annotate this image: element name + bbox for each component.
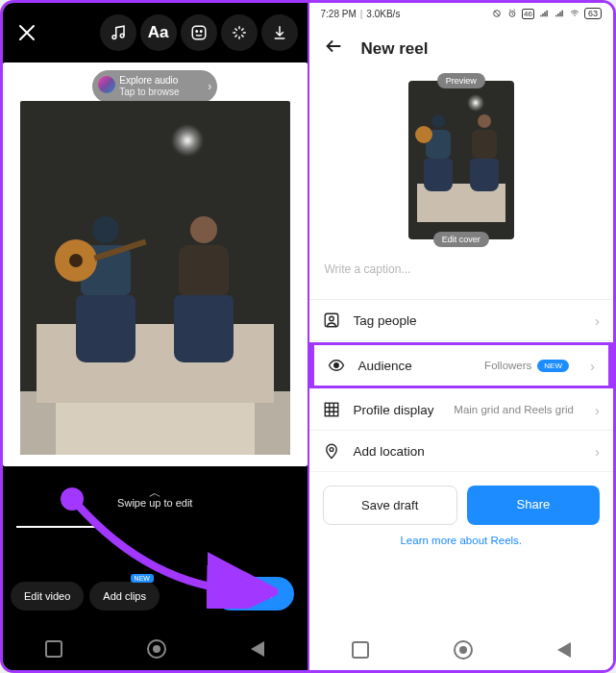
nav-back-icon[interactable] [251, 641, 264, 657]
edit-cover-tag[interactable]: Edit cover [433, 232, 489, 247]
sticker-button[interactable] [181, 14, 217, 51]
back-button[interactable] [323, 36, 344, 62]
location-icon [323, 442, 340, 460]
nav-home-icon[interactable] [147, 639, 166, 659]
svg-point-12 [330, 448, 333, 452]
caption-placeholder: Write a caption... [325, 262, 411, 276]
person-icon [323, 312, 340, 329]
chevron-right-icon: › [208, 80, 211, 93]
new-reel-screen: 7:28 PM | 3.0KB/s 46 63 New reel Preview [309, 3, 614, 670]
audio-cover-icon [98, 76, 115, 93]
close-button[interactable] [12, 18, 41, 47]
android-navbar [309, 630, 614, 670]
edit-video-chip[interactable]: Edit video [11, 582, 84, 611]
action-row: Save draft Share [309, 472, 614, 527]
profile-display-value: Main grid and Reels grid [454, 404, 574, 415]
nav-recent-icon[interactable] [45, 640, 62, 658]
tag-people-label: Tag people [354, 313, 417, 328]
nav-home-icon[interactable] [454, 640, 473, 660]
music-button[interactable] [100, 14, 136, 51]
sparkle-icon [231, 24, 248, 41]
chevron-right-icon: › [590, 358, 595, 374]
svg-point-3 [196, 31, 198, 33]
preview-tag[interactable]: Preview [437, 73, 485, 88]
audience-label: Audience [358, 359, 412, 373]
svg-point-10 [333, 363, 338, 368]
add-location-label: Add location [354, 444, 425, 459]
row-audience[interactable]: Audience Followers NEW › [309, 342, 614, 388]
explore-audio-pill[interactable]: Explore audio Tap to browse › [92, 70, 217, 103]
signal2-icon [554, 9, 565, 18]
editor-bottom-bar: ︿ Swipe up to edit Edit video NEW Add cl… [3, 466, 308, 670]
android-navbar [3, 628, 308, 670]
network-type-badge: 46 [522, 9, 534, 19]
status-time: 7:28 PM [321, 9, 357, 19]
next-button[interactable]: Next [214, 577, 294, 611]
caption-input[interactable]: Write a caption... [309, 247, 614, 299]
cover-section: Preview Edit cover [309, 71, 614, 247]
swipe-hint: ︿ Swipe up to edit [3, 466, 308, 509]
explore-subtitle: Tap to browse [119, 87, 208, 98]
download-icon [271, 24, 288, 41]
download-button[interactable] [261, 14, 298, 51]
svg-rect-8 [325, 313, 338, 327]
nav-recent-icon[interactable] [352, 641, 369, 659]
settings-list: Tag people › Audience Followers NEW › Pr… [309, 299, 614, 472]
video-preview[interactable]: Explore audio Tap to browse › [3, 62, 308, 466]
new-badge: NEW [131, 574, 154, 583]
swipe-hint-text: Swipe up to edit [117, 497, 192, 509]
explore-title: Explore audio [119, 75, 208, 87]
timeline-track[interactable] [16, 526, 103, 528]
editor-toolbar: Aa [3, 3, 308, 62]
next-label: Next [232, 586, 258, 601]
learn-more-link[interactable]: Learn more about Reels. [309, 527, 614, 554]
sticker-icon [190, 24, 208, 41]
eye-icon [328, 357, 345, 374]
svg-point-9 [329, 316, 333, 321]
new-badge: NEW [537, 360, 569, 372]
grid-icon [323, 401, 340, 418]
row-profile-display[interactable]: Profile display Main grid and Reels grid… [309, 389, 614, 431]
svg-point-4 [200, 31, 202, 33]
editor-screen: Aa Explore audio Tap to browse › [3, 3, 308, 670]
battery-badge: 63 [584, 8, 602, 19]
chevron-up-icon: ︿ [3, 489, 308, 497]
signal-icon [538, 9, 550, 18]
share-button[interactable]: Share [467, 486, 600, 525]
chevron-right-icon: › [595, 312, 600, 329]
save-draft-button[interactable]: Save draft [323, 486, 457, 525]
nav-back-icon[interactable] [557, 642, 571, 658]
profile-display-label: Profile display [354, 403, 434, 417]
add-clips-label: Add clips [103, 590, 146, 602]
arrow-right-icon [263, 587, 277, 601]
page-title: New reel [361, 39, 429, 59]
svg-point-1 [120, 34, 124, 37]
audience-value: Followers [484, 360, 531, 371]
wifi-icon [569, 9, 580, 18]
svg-point-0 [112, 36, 116, 39]
header: New reel [309, 24, 614, 71]
effects-button[interactable] [221, 14, 258, 51]
cover-thumbnail[interactable] [408, 81, 514, 239]
dnd-icon [491, 9, 503, 18]
arrow-left-icon [323, 36, 344, 57]
video-frame [20, 101, 290, 455]
alarm-icon [506, 9, 518, 18]
text-button[interactable]: Aa [140, 14, 177, 51]
row-tag-people[interactable]: Tag people › [309, 300, 614, 341]
x-icon [17, 23, 37, 42]
chevron-right-icon: › [595, 402, 600, 418]
svg-rect-2 [192, 26, 206, 39]
add-clips-chip[interactable]: NEW Add clips [89, 582, 160, 611]
row-add-location[interactable]: Add location › [309, 431, 614, 472]
music-icon [110, 24, 127, 41]
chevron-right-icon: › [595, 443, 600, 460]
svg-rect-11 [325, 403, 338, 416]
status-bar: 7:28 PM | 3.0KB/s 46 63 [309, 3, 614, 24]
status-net: 3.0KB/s [366, 9, 400, 19]
